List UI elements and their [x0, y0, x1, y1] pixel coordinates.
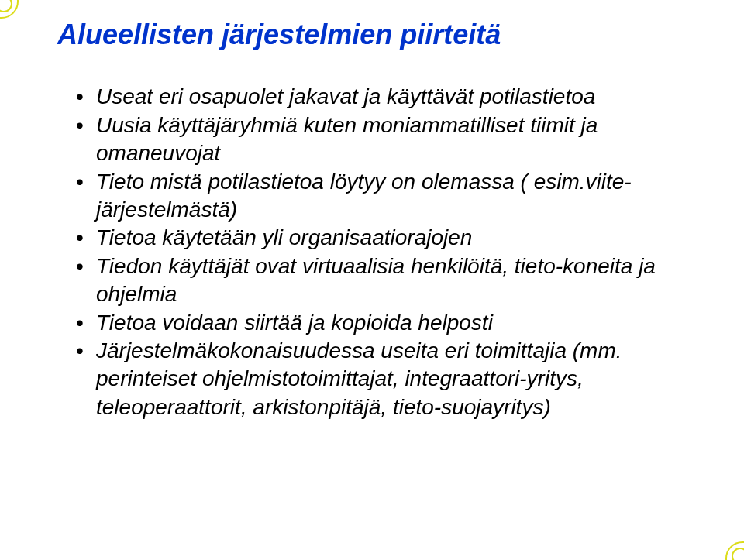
- list-item: Tiedon käyttäjät ovat virtuaalisia henki…: [76, 253, 713, 309]
- bullet-list: Useat eri osapuolet jakavat ja käyttävät…: [76, 83, 713, 421]
- list-item: Uusia käyttäjäryhmiä kuten moniammatilli…: [76, 112, 713, 168]
- list-item: Tietoa käytetään yli organisaatiorajojen: [76, 224, 713, 252]
- list-item: Tietoa voidaan siirtää ja kopioida helpo…: [76, 309, 713, 337]
- slide: Alueellisten järjestelmien piirteitä Use…: [0, 0, 744, 560]
- list-item: Useat eri osapuolet jakavat ja käyttävät…: [76, 83, 713, 111]
- decorative-circle-icon: [732, 548, 744, 560]
- slide-title: Alueellisten järjestelmien piirteitä: [57, 19, 713, 50]
- list-item: Järjestelmäkokonaisuudessa useita eri to…: [76, 337, 713, 421]
- list-item: Tieto mistä potilastietoa löytyy on olem…: [76, 168, 713, 225]
